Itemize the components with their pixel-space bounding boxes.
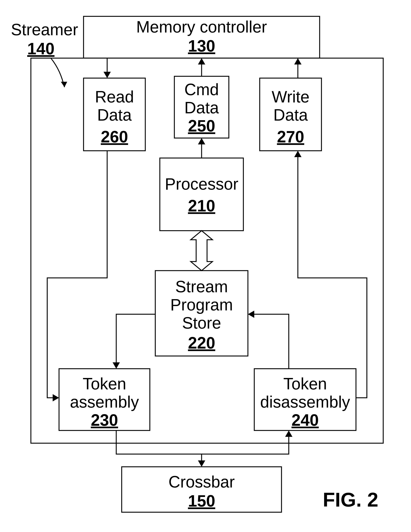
processor-ref: 210 — [188, 197, 215, 215]
processor-block — [160, 158, 243, 231]
token-disassembly-line2: disassembly — [260, 393, 350, 411]
write-data-line2: Data — [273, 106, 308, 124]
crossbar-ref: 150 — [188, 492, 215, 510]
stream-store-ref: 220 — [188, 334, 215, 352]
token-assembly-ref: 230 — [91, 411, 118, 429]
write-data-line1: Write — [272, 88, 309, 106]
token-disassembly-line1: Token — [283, 375, 327, 393]
read-data-ref: 260 — [101, 128, 128, 146]
figure-label: FIG. 2 — [323, 488, 378, 511]
token-assembly-line1: Token — [83, 375, 126, 393]
cmd-data-ref: 250 — [188, 117, 215, 135]
crossbar-label: Crossbar — [168, 473, 235, 491]
read-data-line2: Data — [97, 106, 132, 124]
memory-controller-label: Memory controller — [136, 18, 267, 36]
stream-store-line2: Program — [170, 296, 233, 314]
streamer-external-ref: 140 — [27, 40, 55, 58]
stream-store-line3: Store — [182, 314, 221, 332]
diagram-canvas: Memory controller 130 Streamer 140 Read … — [0, 0, 411, 532]
token-disassembly-ref: 240 — [291, 411, 319, 429]
streamer-external-label: Streamer — [11, 20, 78, 39]
write-data-ref: 270 — [277, 128, 304, 146]
cmd-data-line1: Cmd — [184, 80, 219, 99]
memory-controller-ref: 130 — [188, 37, 215, 55]
stream-store-line1: Stream — [175, 277, 228, 296]
read-data-line1: Read — [95, 88, 134, 106]
cmd-data-line2: Data — [184, 99, 219, 117]
processor-label: Processor — [165, 175, 238, 193]
token-assembly-line2: assembly — [70, 393, 139, 411]
arrowhead-tokenassembly-to-crossbar — [198, 460, 205, 467]
